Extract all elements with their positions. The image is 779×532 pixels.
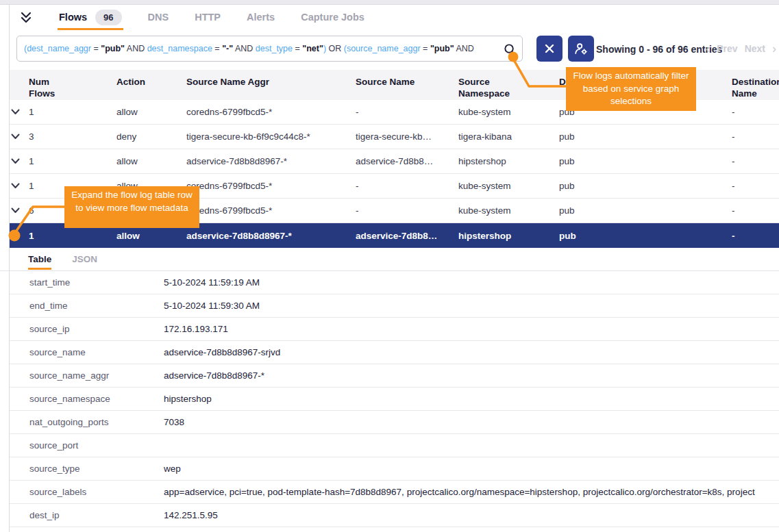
double-chevron-down-icon	[20, 12, 32, 23]
query-segment: =	[421, 44, 430, 53]
cell-source-name: adservice-7d8b8…	[356, 231, 458, 241]
prev-chevron-icon[interactable]: ‹	[706, 44, 710, 53]
detail-field-key: source_name	[29, 347, 164, 357]
next-chevron-icon[interactable]: ›	[772, 44, 776, 53]
detail-field-value: adservice-7d8b8d8967-*	[164, 370, 779, 381]
query-segment: AND	[125, 44, 147, 53]
detail-field-row: nat_outgoing_ports 7038	[9, 411, 779, 434]
cell-num-flows: 1	[29, 231, 116, 241]
detail-field-key: source_name_aggr	[29, 370, 164, 381]
col-source-namespace[interactable]: Source Namespace	[458, 76, 559, 99]
close-icon	[545, 44, 554, 53]
tab[interactable]: Flows 96	[48, 10, 133, 25]
cell-dest-name-aggr: pub	[559, 205, 732, 216]
query-segment: dest_type	[256, 44, 293, 53]
cell-num-flows: 1	[29, 107, 116, 117]
detail-field-value: 142.251.5.95	[164, 510, 779, 520]
detail-field-value: wep	[164, 464, 779, 474]
cell-action: allow	[116, 231, 186, 241]
detail-field-key: source_type	[29, 464, 164, 474]
cell-source-name: adservice-7d8b8…	[356, 156, 458, 166]
cell-source-namespace: kube-system	[458, 107, 559, 117]
cell-action: deny	[116, 131, 186, 142]
prev-button[interactable]: Prev	[717, 43, 737, 54]
detail-field-row: source_port	[9, 434, 779, 457]
cell-source-name-aggr: adservice-7d8b8d8967-*	[186, 231, 356, 241]
query-segment: "-"	[222, 44, 233, 53]
detail-field-value: app=adservice, pci=true, pod-template-ha…	[164, 487, 779, 497]
flow-detail-tab-bar: Table JSON	[0, 248, 779, 271]
cell-source-name: -	[356, 181, 458, 191]
col-source-name-aggr[interactable]: Source Name Aggr	[186, 76, 356, 88]
cell-destination-name: -	[732, 205, 779, 216]
tab[interactable]: Alerts	[236, 12, 286, 23]
user-settings-button[interactable]	[568, 36, 594, 62]
detail-field-row: source_ip 172.16.193.171	[9, 318, 779, 341]
cell-dest-name-aggr: pub	[559, 131, 732, 142]
row-expand-chevron-icon[interactable]	[10, 134, 29, 140]
cell-source-name-aggr: coredns-6799fbcd5-*	[186, 181, 356, 191]
detail-tab-label: Table	[28, 254, 51, 264]
detail-field-key: nat_outgoing_ports	[29, 417, 164, 427]
cell-source-name-aggr: coredns-6799fbcd5-*	[186, 107, 356, 117]
detail-field-row: source_labels app=adservice, pci=true, p…	[9, 481, 779, 504]
cell-source-name-aggr: adservice-7d8b8d8967-*	[186, 156, 356, 166]
row-expand-chevron-icon[interactable]	[10, 158, 29, 164]
callout-expand-note: Expand the flow log table row to view mo…	[64, 186, 199, 228]
detail-field-value: 7038	[164, 417, 779, 427]
cell-source-namespace: hipstershop	[458, 231, 559, 241]
next-button[interactable]: Next	[745, 43, 765, 54]
detail-field-row: source_type wep	[9, 457, 779, 481]
detail-field-value: 172.16.193.171	[164, 324, 779, 334]
collapse-panel-button[interactable]	[18, 9, 34, 25]
col-destination-name[interactable]: Destination Name	[732, 76, 779, 99]
detail-tab[interactable]: Table	[28, 254, 51, 264]
filter-query-input[interactable]: (dest_name_aggr = "pub" AND dest_namespa…	[16, 36, 523, 62]
tab-label: DNS	[148, 12, 169, 23]
flow-logs-tab-bar: Flows 96 DNS HTTP Alerts Capture Jobs	[0, 5, 779, 29]
detail-field-key: source_port	[29, 440, 164, 451]
flow-table-row[interactable]: 3 deny tigera-secure-kb-6f9c9c44c8-* tig…	[10, 125, 779, 149]
query-segment: AND	[233, 44, 256, 53]
cell-destination-name: -	[732, 107, 779, 117]
detail-field-key: start_time	[29, 277, 164, 288]
detail-field-row: dest_ip 142.251.5.95	[9, 504, 779, 527]
detail-field-value: adservice-7d8b8d8967-srjvd	[164, 347, 779, 357]
cell-destination-name: -	[732, 156, 779, 166]
cell-source-namespace: kube-system	[458, 205, 559, 216]
cell-source-name-aggr: tigera-secure-kb-6f9c9c44c8-*	[186, 131, 356, 142]
cell-num-flows: 1	[29, 156, 116, 166]
detail-field-key: source_namespace	[29, 394, 164, 404]
filter-query-text: (dest_name_aggr = "pub" AND dest_namespa…	[24, 44, 474, 53]
tab[interactable]: Capture Jobs	[290, 12, 375, 23]
cell-source-namespace: hipstershop	[458, 156, 559, 166]
cell-source-namespace: tigera-kibana	[458, 131, 559, 142]
row-expand-chevron-icon[interactable]	[10, 233, 29, 239]
cell-action: allow	[116, 107, 186, 117]
query-segment: "pub"	[430, 44, 454, 53]
col-num-flows[interactable]: Num Flows	[29, 76, 116, 99]
row-expand-chevron-icon[interactable]	[10, 183, 29, 189]
search-icon[interactable]	[503, 42, 517, 60]
query-segment: AND	[454, 44, 474, 53]
filter-toolbar: (dest_name_aggr = "pub" AND dest_namespa…	[0, 29, 779, 70]
row-expand-chevron-icon[interactable]	[10, 207, 29, 214]
tab[interactable]: HTTP	[184, 12, 232, 23]
flow-table-row[interactable]: 1 allow adservice-7d8b8d8967-* adservice…	[10, 149, 779, 174]
cell-source-name-aggr: coredns-6799fbcd5-*	[186, 205, 356, 216]
clear-filter-button[interactable]	[536, 36, 562, 62]
query-segment: OR	[326, 44, 344, 53]
tab-count-badge: 96	[95, 10, 121, 25]
cell-source-name: tigera-secure-kb…	[356, 131, 458, 142]
row-expand-chevron-icon[interactable]	[10, 109, 29, 115]
tab-label: Flows	[59, 12, 87, 23]
tab[interactable]: DNS	[137, 12, 180, 23]
col-action[interactable]: Action	[116, 76, 186, 88]
col-source-name[interactable]: Source Name	[356, 76, 458, 88]
detail-field-row: source_name_aggr adservice-7d8b8d8967-*	[9, 364, 779, 388]
top-strip	[0, 0, 779, 5]
detail-tab[interactable]: JSON	[72, 254, 97, 264]
flow-detail-table: start_time 5-10-2024 11:59:19 AM end_tim…	[0, 271, 779, 527]
detail-field-key: end_time	[29, 301, 164, 311]
callout-filter-note: Flow logs automatically filter based on …	[566, 67, 696, 111]
